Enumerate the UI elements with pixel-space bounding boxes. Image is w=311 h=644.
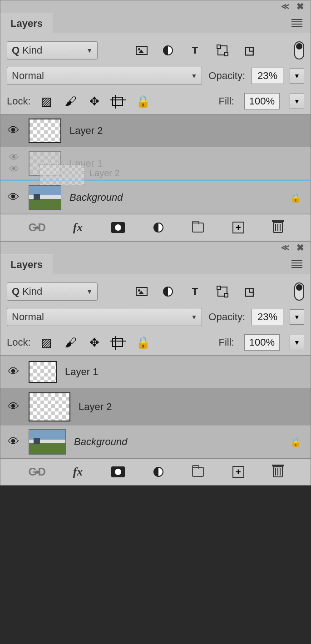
layer-thumbnail[interactable]	[29, 392, 70, 421]
fill-label[interactable]: Fill:	[219, 95, 234, 107]
layer-name[interactable]: Layer 1	[69, 158, 307, 169]
opacity-chevron[interactable]: ▼	[290, 68, 304, 84]
new-layer-icon[interactable]: +	[232, 222, 244, 233]
chevron-down-icon: ▼	[191, 72, 197, 79]
smartobject-filter-icon[interactable]: ◳	[243, 286, 257, 297]
panel-menu-icon[interactable]	[291, 260, 302, 268]
lock-all-icon[interactable]: 🔒	[136, 94, 150, 109]
adjustment-filter-icon[interactable]	[163, 45, 173, 55]
link-layers-icon[interactable]: G•D	[28, 221, 44, 234]
lock-label: Lock:	[7, 95, 31, 107]
lock-artboard-icon[interactable]	[112, 338, 123, 347]
lock-icon[interactable]: 🔒	[290, 436, 301, 447]
delete-layer-icon[interactable]	[273, 222, 283, 233]
opacity-value[interactable]: 23%	[252, 68, 283, 84]
delete-layer-icon[interactable]	[273, 466, 283, 477]
filter-kind-dropdown[interactable]: QKind ▼	[7, 41, 98, 59]
layer-row[interactable]: 👁 Layer 2	[0, 388, 311, 426]
panel-menu-icon[interactable]	[291, 19, 302, 27]
filter-row: QKind ▼ T ◳	[0, 33, 311, 63]
layer-name[interactable]: Layer 2	[79, 401, 307, 413]
new-adjustment-icon[interactable]	[153, 223, 163, 233]
blend-mode-dropdown[interactable]: Normal ▼	[7, 67, 202, 85]
collapse-icon[interactable]: ≪	[281, 1, 288, 11]
layer-row[interactable]: 👁 Background 🔒	[0, 181, 311, 214]
lock-icon[interactable]: 🔒	[290, 192, 301, 203]
link-layers-icon[interactable]: G•D	[28, 466, 44, 478]
layers-panel-bottom: ≪ ✖ Layers QKind ▼ T ◳ Normal ▼ Opacity:…	[0, 241, 311, 485]
layer-name[interactable]: Background	[74, 436, 282, 448]
lock-position-icon[interactable]: ✥	[89, 94, 99, 109]
fx-icon[interactable]: fx	[73, 221, 83, 234]
lock-pixels-icon[interactable]: 🖌	[65, 336, 77, 350]
filter-kind-dropdown[interactable]: QKind ▼	[7, 282, 98, 301]
pixel-filter-icon[interactable]	[136, 287, 148, 296]
adjustment-filter-icon[interactable]	[163, 287, 173, 297]
tab-layers[interactable]: Layers	[0, 254, 53, 275]
layers-list: 👁 Layer 2 👁👁 Layer 1 Layer 2 👁 Backgroun…	[0, 114, 311, 214]
filter-kind-label: Kind	[22, 45, 42, 56]
lock-row: Lock: ▨ 🖌 ✥ 🔒 Fill: 100% ▼	[0, 89, 311, 114]
fx-icon[interactable]: fx	[73, 465, 83, 479]
layer-thumbnail[interactable]	[29, 429, 66, 455]
layer-row[interactable]: 👁 Layer 1	[0, 356, 311, 388]
filter-toggle[interactable]	[294, 282, 304, 301]
chevron-down-icon: ▼	[86, 47, 93, 54]
blend-mode-dropdown[interactable]: Normal ▼	[7, 308, 202, 326]
opacity-label[interactable]: Opacity:	[208, 311, 245, 323]
opacity-value[interactable]: 23%	[252, 309, 283, 325]
layer-name[interactable]: Layer 1	[65, 366, 307, 378]
close-icon[interactable]: ✖	[296, 242, 304, 253]
layer-thumbnail[interactable]	[29, 361, 57, 383]
collapse-icon[interactable]: ≪	[281, 243, 288, 253]
shape-filter-icon[interactable]	[217, 287, 227, 297]
layer-row[interactable]: 👁👁 Layer 1 Layer 2	[0, 147, 311, 180]
lock-position-icon[interactable]: ✥	[89, 336, 99, 350]
new-layer-icon[interactable]: +	[232, 466, 244, 478]
new-group-icon[interactable]	[192, 223, 204, 233]
layer-row[interactable]: 👁 Background 🔒	[0, 426, 311, 458]
fill-label[interactable]: Fill:	[219, 337, 234, 348]
visibility-eye-icon[interactable]: 👁	[7, 400, 20, 414]
visibility-eye-icon[interactable]: 👁	[7, 365, 20, 379]
opacity-label[interactable]: Opacity:	[208, 70, 245, 82]
opacity-chevron[interactable]: ▼	[290, 309, 304, 325]
shape-filter-icon[interactable]	[217, 45, 227, 55]
close-icon[interactable]: ✖	[296, 1, 304, 12]
blend-row: Normal ▼ Opacity: 23% ▼	[0, 63, 311, 89]
visibility-eye-icon[interactable]: 👁	[7, 190, 20, 204]
fill-value[interactable]: 100%	[244, 334, 280, 351]
layer-row[interactable]: 👁 Layer 2	[0, 114, 311, 147]
visibility-eye-icon[interactable]: 👁	[7, 124, 20, 138]
tab-layers[interactable]: Layers	[0, 13, 53, 34]
filter-toggle[interactable]	[294, 41, 304, 59]
layer-thumbnail[interactable]	[29, 119, 61, 143]
visibility-linked-icon[interactable]: 👁👁	[7, 152, 20, 175]
visibility-eye-icon[interactable]: 👁	[7, 435, 20, 449]
lock-all-icon[interactable]: 🔒	[136, 336, 150, 350]
lock-pixels-icon[interactable]: 🖌	[65, 94, 77, 109]
layer-name[interactable]: Layer 2	[69, 125, 307, 137]
tab-bar: Layers	[0, 12, 311, 33]
layer-thumbnail[interactable]	[29, 185, 61, 210]
layer-name[interactable]: Background	[69, 192, 282, 203]
fill-chevron[interactable]: ▼	[290, 335, 304, 350]
bottom-toolbar: G•D fx +	[0, 459, 311, 485]
blend-mode-value: Normal	[12, 311, 44, 323]
new-adjustment-icon[interactable]	[153, 467, 163, 477]
type-filter-icon[interactable]: T	[188, 286, 202, 297]
pixel-filter-icon[interactable]	[136, 46, 148, 55]
lock-transparency-icon[interactable]: ▨	[41, 94, 52, 109]
smartobject-filter-icon[interactable]: ◳	[243, 45, 257, 56]
new-group-icon[interactable]	[192, 467, 204, 477]
fill-value[interactable]: 100%	[244, 93, 280, 109]
fill-chevron[interactable]: ▼	[290, 94, 304, 109]
lock-row: Lock: ▨ 🖌 ✥ 🔒 Fill: 100% ▼	[0, 330, 311, 355]
add-mask-icon[interactable]	[111, 222, 125, 233]
dragging-ghost-label: Layer 2	[89, 168, 120, 178]
add-mask-icon[interactable]	[111, 466, 125, 477]
type-filter-icon[interactable]: T	[188, 45, 202, 56]
panel-top-bar: ≪ ✖	[0, 242, 311, 253]
lock-artboard-icon[interactable]	[112, 97, 123, 106]
lock-transparency-icon[interactable]: ▨	[41, 336, 52, 350]
